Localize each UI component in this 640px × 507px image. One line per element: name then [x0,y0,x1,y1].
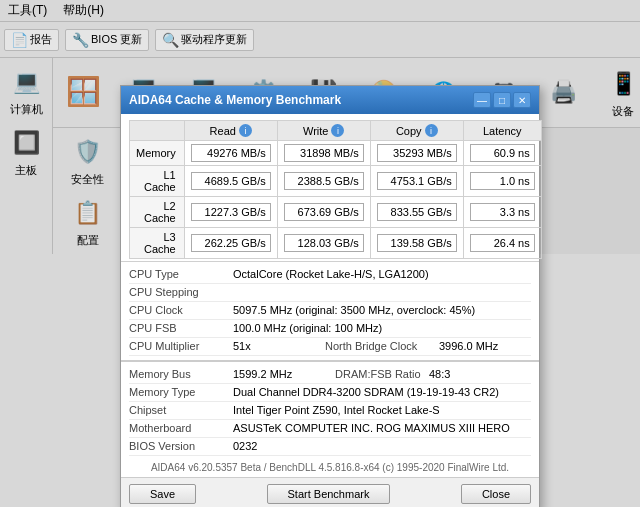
dram-fsb-value: 48:3 [425,366,531,382]
row-memory-label: Memory [130,141,185,166]
cpu-stepping-value [229,284,531,288]
l3-copy-value: 139.58 GB/s [377,234,457,252]
row-l3-label: L3 Cache [130,228,185,259]
write-info-icon[interactable]: i [331,124,344,137]
dram-fsb-label: DRAM:FSB Ratio [335,366,425,382]
cpu-multiplier-row: CPU Multiplier 51x North Bridge Clock 39… [129,338,531,356]
cpu-type-value: OctalCore (Rocket Lake-H/S, LGA1200) [229,266,531,282]
l1-latency-value: 1.0 ns [470,172,535,190]
chipset-row: Chipset Intel Tiger Point Z590, Intel Ro… [129,402,531,420]
save-button[interactable]: Save [129,484,196,504]
memory-latency-value: 60.9 ns [470,144,535,162]
row-memory-read: 49276 MB/s [184,141,277,166]
l1-read-value: 4689.5 GB/s [191,172,271,190]
mem-bus-label: Memory Bus [129,366,229,382]
copy-info-icon[interactable]: i [425,124,438,137]
cpu-multiplier-value: 51x [229,338,325,354]
l3-latency-value: 26.4 ns [470,234,535,252]
modal-title: AIDA64 Cache & Memory Benchmark [129,93,341,107]
benchmark-modal: AIDA64 Cache & Memory Benchmark — □ ✕ Re… [120,85,540,507]
close-button[interactable]: ✕ [513,92,531,108]
nb-clock-value: 3996.0 MHz [435,338,531,354]
col-write-header: Write i [277,121,370,141]
memory-write-value: 31898 MB/s [284,144,364,162]
l2-latency-value: 3.3 ns [470,203,535,221]
maximize-button[interactable]: □ [493,92,511,108]
l2-write-value: 673.69 GB/s [284,203,364,221]
cpu-clock-value: 5097.5 MHz (original: 3500 MHz, overcloc… [229,302,531,318]
cpu-type-row: CPU Type OctalCore (Rocket Lake-H/S, LGA… [129,266,531,284]
memory-copy-value: 35293 MB/s [377,144,457,162]
l3-read-value: 262.25 GB/s [191,234,271,252]
l1-write-value: 2388.5 GB/s [284,172,364,190]
chipset-value: Intel Tiger Point Z590, Intel Rocket Lak… [229,402,531,418]
version-text: AIDA64 v6.20.5357 Beta / BenchDLL 4.5.81… [121,460,539,477]
cpu-fsb-value: 100.0 MHz (original: 100 MHz) [229,320,531,336]
cpu-clock-row: CPU Clock 5097.5 MHz (original: 3500 MHz… [129,302,531,320]
mem-info-section: Memory Bus 1599.2 MHz DRAM:FSB Ratio 48:… [121,360,539,460]
l1-copy-value: 4753.1 GB/s [377,172,457,190]
table-row: L3 Cache 262.25 GB/s 128.03 GB/s 139.58 … [130,228,542,259]
chipset-label: Chipset [129,402,229,418]
l2-read-value: 1227.3 GB/s [191,203,271,221]
table-row: L2 Cache 1227.3 GB/s 673.69 GB/s 833.55 … [130,197,542,228]
cpu-stepping-row: CPU Stepping [129,284,531,302]
col-label-header [130,121,185,141]
cpu-fsb-row: CPU FSB 100.0 MHz (original: 100 MHz) [129,320,531,338]
benchmark-table-container: Read i Write i Copy i [121,114,539,261]
cpu-stepping-label: CPU Stepping [129,284,229,300]
modal-footer: Save Start Benchmark Close [121,477,539,507]
modal-titlebar: AIDA64 Cache & Memory Benchmark — □ ✕ [121,86,539,114]
bios-value: 0232 [229,438,531,454]
read-info-icon[interactable]: i [239,124,252,137]
motherboard-label: Motherboard [129,420,229,436]
row-l1-label: L1 Cache [130,166,185,197]
modal-close-button[interactable]: Close [461,484,531,504]
mem-bus-value: 1599.2 MHz [229,366,335,382]
mem-bus-row: Memory Bus 1599.2 MHz DRAM:FSB Ratio 48:… [129,366,531,384]
col-latency-header: Latency [463,121,541,141]
mem-type-row: Memory Type Dual Channel DDR4-3200 SDRAM… [129,384,531,402]
cpu-clock-label: CPU Clock [129,302,229,318]
cpu-multiplier-label: CPU Multiplier [129,338,229,354]
modal-controls: — □ ✕ [473,92,531,108]
bios-row: BIOS Version 0232 [129,438,531,456]
table-row: L1 Cache 4689.5 GB/s 2388.5 GB/s 4753.1 … [130,166,542,197]
start-benchmark-button[interactable]: Start Benchmark [267,484,391,504]
l3-write-value: 128.03 GB/s [284,234,364,252]
cpu-fsb-label: CPU FSB [129,320,229,336]
row-l2-label: L2 Cache [130,197,185,228]
cpu-info-section: CPU Type OctalCore (Rocket Lake-H/S, LGA… [121,261,539,360]
nb-clock-label: North Bridge Clock [325,338,435,354]
col-read-header: Read i [184,121,277,141]
col-copy-header: Copy i [370,121,463,141]
l2-copy-value: 833.55 GB/s [377,203,457,221]
table-row: Memory 49276 MB/s 31898 MB/s 35293 MB/s … [130,141,542,166]
bios-label: BIOS Version [129,438,229,454]
benchmark-table: Read i Write i Copy i [129,120,542,259]
mem-type-label: Memory Type [129,384,229,400]
mem-type-value: Dual Channel DDR4-3200 SDRAM (19-19-19-4… [229,384,531,400]
motherboard-row: Motherboard ASUSTeK COMPUTER INC. ROG MA… [129,420,531,438]
cpu-type-label: CPU Type [129,266,229,282]
row-memory-latency: 60.9 ns [463,141,541,166]
motherboard-value: ASUSTeK COMPUTER INC. ROG MAXIMUS XIII H… [229,420,531,436]
row-memory-copy: 35293 MB/s [370,141,463,166]
row-memory-write: 31898 MB/s [277,141,370,166]
minimize-button[interactable]: — [473,92,491,108]
memory-read-value: 49276 MB/s [191,144,271,162]
